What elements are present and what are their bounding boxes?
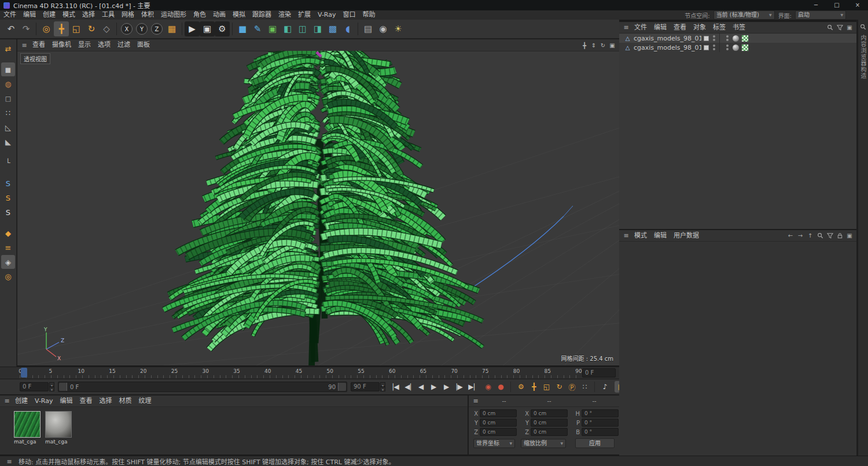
toggle-view-icon[interactable]: ▣ (608, 39, 617, 51)
rotation-field[interactable]: 0 ° (582, 428, 619, 436)
edges-mode-icon[interactable]: ◺ (1, 120, 15, 134)
next-key-button[interactable]: |▶ (453, 381, 465, 393)
snap-modeling-icon[interactable]: S (1, 191, 15, 205)
coordinate-column-header[interactable]: -- (527, 398, 572, 404)
menu-item[interactable]: 选择 (79, 10, 98, 20)
light-icon[interactable]: ☀ (391, 21, 406, 36)
view-label[interactable]: 透视视图 (20, 53, 50, 64)
maximize-button[interactable]: □ (826, 0, 847, 10)
range-handle-right[interactable] (338, 383, 346, 391)
toolbar-button[interactable] (358, 23, 358, 35)
menu-item[interactable]: 创建 (39, 10, 59, 20)
panel-menu-icon[interactable]: ≡ (2, 397, 12, 405)
attribute-manager-menu-item[interactable]: 编辑 (650, 231, 670, 241)
stepper-up-icon[interactable]: ▴ (49, 382, 54, 387)
up-icon[interactable]: ↑ (807, 232, 814, 239)
polygon-object-icon[interactable]: △ (624, 45, 631, 51)
dolly-view-icon[interactable]: ⇕ (589, 39, 598, 51)
menu-item[interactable]: 角色 (190, 10, 209, 20)
spline-pen-icon[interactable]: ✎ (250, 21, 265, 36)
size-field[interactable]: 0 cm (531, 409, 568, 417)
polygons-mode-icon[interactable]: ◣ (1, 135, 15, 149)
texture-mode-icon[interactable]: ◍ (1, 77, 15, 91)
object-name[interactable]: cgaxis_models_98_01_02 (634, 35, 701, 42)
size-field[interactable]: 0 cm (531, 419, 568, 427)
toolbar-button[interactable] (232, 23, 233, 35)
rotation-field[interactable]: 0 ° (582, 419, 619, 427)
object-manager-menu-item[interactable]: 查看 (670, 23, 690, 32)
move-tool-icon[interactable]: ╋ (54, 21, 69, 36)
attribute-manager-menu-item[interactable]: 模式 (631, 231, 650, 241)
panel-menu-icon[interactable]: ≡ (621, 24, 631, 31)
material-menu-item[interactable]: 查看 (76, 397, 96, 406)
camera-icon[interactable]: ◉ (376, 21, 391, 36)
material-menu-item[interactable]: 材质 (116, 397, 135, 406)
record-rotation-toggle[interactable]: ↻ (553, 381, 565, 393)
menu-item[interactable]: 渲染 (275, 10, 295, 20)
search-icon[interactable] (860, 23, 867, 30)
snap-enable-icon[interactable]: S (1, 176, 15, 190)
tweak-mode-icon[interactable]: └ (1, 156, 15, 169)
material-menu-item[interactable]: V-Ray (31, 397, 57, 406)
menu-item[interactable]: 模拟 (229, 10, 249, 20)
phong-tag-icon[interactable] (733, 35, 739, 42)
range-end-spinner[interactable]: 90 F ▴ ▾ (351, 382, 385, 391)
timeline-ruler[interactable]: 051015202530354045505560657075808590 0 F (0, 367, 619, 379)
render-picture-viewer-icon[interactable]: ▣ (200, 21, 215, 36)
axis-z-lock-button[interactable]: Z (151, 23, 163, 35)
mat_cga[interactable]: mat_cga (45, 411, 73, 445)
range-handle-left[interactable] (59, 383, 67, 391)
keyframe-selection-icon[interactable]: ⚙ (514, 381, 527, 393)
layer-dots[interactable] (726, 35, 729, 41)
paint-setup-icon[interactable]: ◆ (1, 226, 15, 240)
menu-item[interactable]: 动画 (209, 10, 229, 20)
viewport-menu-icon[interactable]: ≡ (20, 42, 29, 49)
material-menu-item[interactable]: 纹理 (135, 397, 155, 406)
panel-icon[interactable]: ▣ (846, 24, 853, 31)
live-selection-icon[interactable]: ◎ (39, 21, 54, 36)
close-button[interactable]: × (847, 0, 868, 10)
previous-key-button[interactable]: ◀| (402, 381, 414, 393)
minimize-button[interactable]: ─ (806, 0, 826, 10)
coordinate-system-select[interactable]: 世界坐标 ▼ (473, 439, 515, 448)
bend-deformer-icon[interactable]: ◖ (340, 21, 355, 36)
size-mode-select[interactable]: 缩放比例 ▼ (521, 439, 566, 448)
snap-workplane-icon[interactable]: S (1, 205, 15, 219)
subdivision-surface-icon[interactable]: ▣ (265, 21, 280, 36)
menu-item[interactable]: 工具 (98, 10, 118, 20)
object-manager-menu-item[interactable]: 编辑 (650, 23, 670, 32)
viewport-menu-item[interactable]: 摄像机 (49, 40, 75, 50)
record-keyframe-button[interactable]: ◉ (481, 381, 494, 393)
edit-toggle-icon[interactable] (704, 36, 709, 41)
visibility-dots[interactable] (713, 35, 715, 41)
coil-icon[interactable]: ◎ (1, 269, 15, 283)
filter-icon[interactable] (826, 232, 833, 239)
boole-icon[interactable]: ◧ (280, 21, 295, 36)
lock-icon[interactable] (836, 232, 843, 239)
cgaxis_models_98_01_01[interactable]: △ cgaxis_models_98_01_01 (619, 43, 856, 52)
material-thumbnail[interactable] (14, 411, 41, 438)
search-icon[interactable] (826, 24, 833, 31)
menu-item[interactable]: 网格 (118, 10, 138, 20)
rotate-view-icon[interactable]: ↻ (598, 39, 608, 51)
record-parameter-toggle[interactable]: Ⓟ (565, 381, 578, 393)
texture-tag-icon[interactable] (741, 35, 749, 42)
collapsed-panel-tab[interactable]: 内容浏览器 (859, 35, 867, 66)
phong-tag-icon[interactable] (733, 45, 739, 51)
viewport-menu-item[interactable]: 面板 (134, 40, 153, 50)
object-name[interactable]: cgaxis_models_98_01_01 (634, 44, 701, 51)
scale-tool-icon[interactable]: ◱ (69, 21, 84, 36)
play-button[interactable]: ▶ (427, 381, 440, 393)
material-menu-item[interactable]: 创建 (12, 397, 31, 406)
record-position-toggle[interactable]: ╋ (527, 381, 540, 393)
primitive-cube-icon[interactable]: ■ (235, 21, 250, 36)
panel-icon[interactable]: ▣ (846, 232, 853, 239)
status-menu-icon[interactable]: ≡ (5, 458, 14, 465)
object-manager-menu-item[interactable]: 对象 (690, 23, 709, 32)
rotation-field[interactable]: 0 ° (582, 409, 619, 417)
playhead[interactable] (21, 368, 27, 378)
texture-tag-icon[interactable] (741, 44, 749, 51)
coordinate-column-header[interactable]: -- (481, 398, 527, 404)
mat_cga[interactable]: mat_cga (14, 411, 42, 445)
filter-icon[interactable] (836, 24, 843, 31)
